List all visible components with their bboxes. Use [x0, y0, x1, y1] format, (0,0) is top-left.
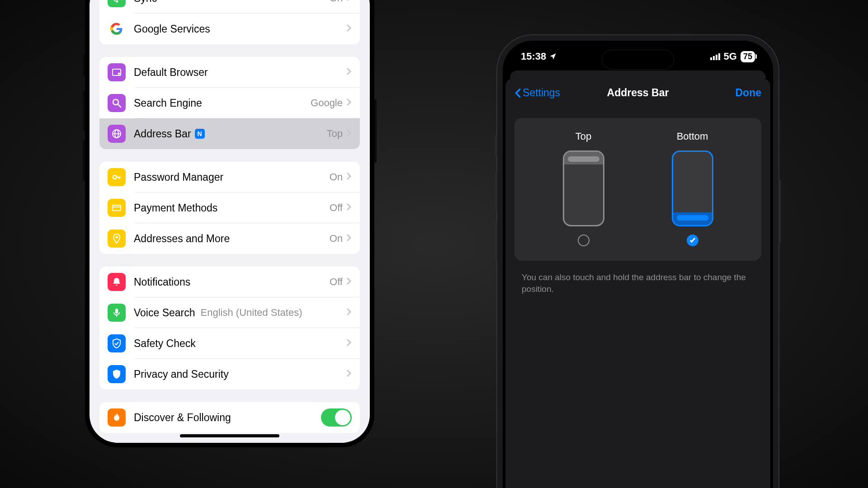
- row-value: Top: [327, 128, 343, 140]
- row-value: Off: [330, 276, 343, 288]
- left-iphone-frame: Sync On Google Services Default Browser: [85, 0, 374, 447]
- location-icon: [549, 52, 557, 61]
- globe-icon: [108, 125, 126, 143]
- settings-section-content: Discover & Following: [99, 402, 360, 433]
- settings-section-autofill: Password Manager On Payment Methods Off …: [99, 162, 360, 254]
- background-sheet-peek: [510, 70, 766, 79]
- preview-bottom: [672, 150, 713, 226]
- settings-section-browser: Default Browser Search Engine Google Add…: [99, 57, 360, 149]
- row-payment-methods[interactable]: Payment Methods Off: [99, 192, 360, 223]
- new-badge: N: [195, 129, 205, 139]
- row-value: Google: [311, 97, 343, 109]
- row-addresses[interactable]: Addresses and More On: [99, 223, 360, 254]
- chevron-right-icon: [346, 308, 352, 318]
- row-label: Addresses and More: [134, 233, 330, 245]
- row-value: On: [330, 171, 343, 183]
- row-label: Payment Methods: [134, 202, 330, 214]
- row-label: Privacy and Security: [134, 368, 346, 380]
- status-time: 15:38: [521, 51, 546, 62]
- settings-screen: Sync On Google Services Default Browser: [90, 0, 370, 443]
- search-icon: [108, 94, 126, 112]
- svg-rect-10: [113, 205, 121, 211]
- chevron-right-icon: [346, 0, 352, 3]
- address-bar-options: Top Bottom: [514, 118, 761, 261]
- hint-text: You can also touch and hold the address …: [522, 272, 754, 295]
- right-iphone-frame: 15:38 5G 75 Settings Address Bar Done: [497, 35, 778, 488]
- row-value: Off: [330, 202, 343, 214]
- svg-point-7: [113, 175, 117, 179]
- row-address-bar[interactable]: Address Bar N Top: [99, 118, 360, 149]
- row-privacy-security[interactable]: Privacy and Security: [99, 359, 360, 389]
- google-icon: [110, 23, 123, 35]
- sync-icon: [108, 0, 126, 7]
- row-label: Address Bar N: [134, 128, 327, 140]
- chevron-right-icon: [346, 338, 352, 348]
- chevron-right-icon: [346, 67, 352, 77]
- chevron-right-icon: [346, 98, 352, 108]
- svg-rect-13: [115, 309, 118, 314]
- option-label: Bottom: [677, 131, 708, 142]
- preview-top: [563, 150, 604, 226]
- row-label: Safety Check: [134, 338, 346, 350]
- row-value: On: [330, 0, 343, 4]
- dynamic-island: [602, 50, 674, 70]
- row-label: Discover & Following: [134, 412, 321, 424]
- toggle-switch[interactable]: [321, 408, 352, 427]
- done-button[interactable]: Done: [736, 87, 762, 99]
- compass-icon: [108, 63, 126, 81]
- mic-icon: [108, 304, 126, 322]
- svg-rect-16: [716, 55, 717, 60]
- chevron-right-icon: [346, 369, 352, 379]
- row-discover[interactable]: Discover & Following: [99, 402, 360, 433]
- home-indicator: [180, 434, 279, 437]
- row-search-engine[interactable]: Search Engine Google: [99, 88, 360, 118]
- settings-section-account: Sync On Google Services: [99, 0, 360, 44]
- flame-icon: [108, 408, 126, 427]
- option-top[interactable]: Top: [563, 131, 604, 246]
- row-voice-search[interactable]: Voice Search English (United States): [99, 297, 360, 328]
- row-label: Default Browser: [134, 66, 346, 79]
- key-icon: [108, 168, 126, 186]
- modal-sheet: Settings Address Bar Done Top Bottom: [505, 79, 770, 488]
- row-value: On: [330, 233, 343, 244]
- row-password-manager[interactable]: Password Manager On: [99, 162, 360, 192]
- chevron-right-icon: [346, 172, 352, 182]
- status-network: 5G: [724, 51, 737, 62]
- row-sync[interactable]: Sync On: [99, 0, 360, 14]
- svg-rect-15: [713, 56, 715, 60]
- svg-rect-17: [718, 53, 720, 60]
- nav-title: Address Bar: [607, 87, 669, 99]
- chevron-right-icon: [346, 277, 352, 287]
- row-notifications[interactable]: Notifications Off: [99, 267, 360, 297]
- row-label: Sync: [134, 0, 330, 5]
- chevron-right-icon: [346, 203, 352, 213]
- option-bottom[interactable]: Bottom: [672, 131, 713, 246]
- row-label: Notifications: [134, 276, 330, 288]
- nav-bar: Settings Address Bar Done: [505, 79, 770, 107]
- row-label: Voice Search: [134, 307, 195, 319]
- row-value: English (United States): [201, 307, 343, 319]
- radio-checked-icon: [687, 235, 698, 246]
- chevron-right-icon: [346, 234, 352, 244]
- address-bar-screen: 15:38 5G 75 Settings Address Bar Done: [503, 41, 773, 488]
- svg-point-1: [118, 73, 120, 75]
- back-button[interactable]: Settings: [514, 87, 560, 99]
- row-label: Password Manager: [134, 171, 330, 183]
- svg-rect-14: [710, 57, 712, 60]
- svg-point-12: [116, 236, 118, 239]
- svg-line-3: [118, 104, 121, 107]
- option-label: Top: [576, 131, 591, 142]
- row-label: Search Engine: [134, 97, 311, 109]
- shield-check-icon: [108, 334, 126, 352]
- card-icon: [108, 199, 126, 217]
- chevron-right-icon: [346, 129, 352, 139]
- chevron-right-icon: [346, 24, 352, 34]
- row-safety-check[interactable]: Safety Check: [99, 328, 360, 359]
- pin-icon: [108, 230, 126, 248]
- battery-indicator: 75: [741, 51, 755, 62]
- bell-icon: [108, 273, 126, 291]
- row-label: Google Services: [134, 23, 346, 35]
- settings-section-general: Notifications Off Voice Search English (…: [99, 267, 360, 389]
- row-default-browser[interactable]: Default Browser: [99, 57, 360, 88]
- row-google-services[interactable]: Google Services: [99, 14, 360, 44]
